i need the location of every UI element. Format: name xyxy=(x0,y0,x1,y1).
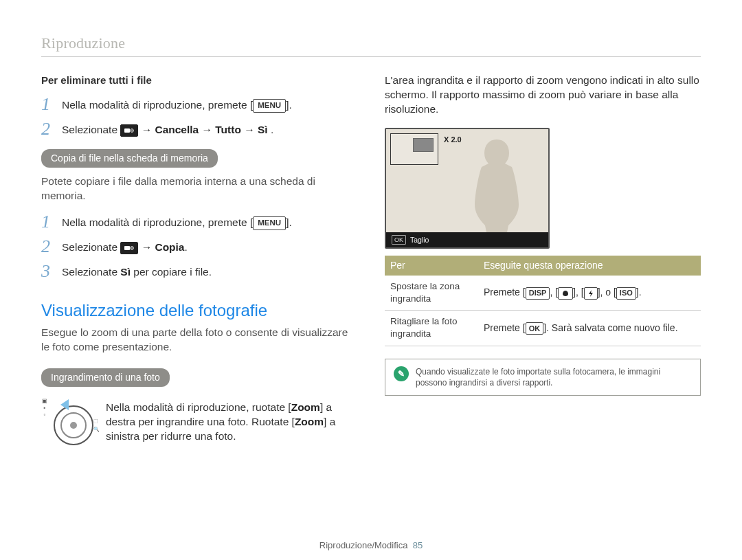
table-row: Spostare la zona ingrandita Premete [DIS… xyxy=(385,276,701,311)
svg-rect-0 xyxy=(124,128,130,133)
step-body: Selezionate Sì per copiare i file. xyxy=(62,262,357,280)
step-row: 1 Nella modalità di riproduzione, premet… xyxy=(41,96,357,113)
preview-bottom-bar: OK Taglio xyxy=(386,232,548,247)
trim-label: Taglio xyxy=(410,235,429,245)
step-row: 2 Selezionate → Cancella → Tutto → Sì . xyxy=(41,120,357,138)
step-bold: Sì xyxy=(120,266,131,278)
note-box: ✎ Quando visualizzate le foto importate … xyxy=(385,359,701,396)
step-text: Nella modalità di riproduzione, premete … xyxy=(62,99,253,111)
zoom-label: Zoom xyxy=(295,416,324,427)
action-mid: ], o [ xyxy=(598,287,616,298)
right-column: L'area ingrandita e il rapporto di zoom … xyxy=(385,74,701,444)
svg-point-5 xyxy=(132,247,133,249)
table-row: Ritagliare la foto ingrandita Premete [O… xyxy=(385,311,701,346)
ok-button-label: OK xyxy=(526,322,544,335)
zoom-instruction-text: Nella modalità di riproduzione, ruotate … xyxy=(106,398,357,444)
step-number: 1 xyxy=(41,213,62,231)
action-suffix: ]. xyxy=(636,287,642,298)
page-number: 85 xyxy=(413,540,423,550)
table-head-right: Eseguite questa operazione xyxy=(478,256,701,276)
step-body: Selezionate → Cancella → Tutto → Sì . xyxy=(62,120,357,137)
svg-text:🔍: 🔍 xyxy=(93,426,99,432)
disp-button-label: DISP xyxy=(526,287,550,300)
op-action: Premete [DISP, [ ], [ ], o [ISO]. xyxy=(478,276,701,311)
zoom-dial-area: ▣▪▫ ⬚ 🔍 xyxy=(41,398,93,444)
minimap-viewport xyxy=(413,138,434,152)
macro-icon xyxy=(558,287,573,300)
zoom-preview-inner: X 2.0 xyxy=(386,129,548,232)
copy-section-pill: Copia di file nella scheda di memoria xyxy=(41,149,218,168)
right-intro-text: L'area ingrandita e il rapporto di zoom … xyxy=(385,74,701,117)
svg-point-2 xyxy=(132,130,133,131)
two-column-layout: Per eliminare tutti i file 1 Nella modal… xyxy=(41,74,701,444)
svg-rect-3 xyxy=(124,246,130,250)
ok-chip: OK xyxy=(392,235,406,245)
enlarge-section-pill: Ingrandimento di una foto xyxy=(41,368,170,387)
action-suffix: ]. Sarà salvata come nuovo file. xyxy=(543,322,677,333)
step-number: 2 xyxy=(41,120,62,138)
page-header: Riproduzione xyxy=(41,34,701,52)
step-number: 1 xyxy=(41,96,62,113)
menu-button-label: MENU xyxy=(253,216,286,230)
zoom-ratio-label: X 2.0 xyxy=(444,135,462,145)
step-body: Selezionate → Copia. xyxy=(62,238,357,255)
step-row: 1 Nella modalità di riproduzione, premet… xyxy=(41,213,357,231)
child-silhouette-icon xyxy=(466,136,528,232)
zoom-text-1: Nella modalità di riproduzione, ruotate … xyxy=(106,401,291,413)
minimap-icon xyxy=(390,133,438,165)
header-rule xyxy=(41,56,701,57)
step-path: → Cancella → Tutto → Sì xyxy=(142,124,268,135)
step-row: 3 Selezionate Sì per copiare i file. xyxy=(41,262,357,280)
step-text-tail: ]. xyxy=(286,99,292,111)
step-row: 2 Selezionate → Copia. xyxy=(41,238,357,256)
step-text-tail: per copiare i file. xyxy=(131,266,212,278)
zoom-dial-indicators: ▣▪▫ xyxy=(41,398,48,418)
section-body: Esegue lo zoom di una parte della foto o… xyxy=(41,326,357,355)
op-label: Ritagliare la foto ingrandita xyxy=(385,311,478,346)
step-number: 3 xyxy=(41,262,62,280)
step-text: Selezionate xyxy=(62,124,120,135)
step-number: 2 xyxy=(41,238,62,256)
settings-icon xyxy=(120,124,138,137)
menu-button-label: MENU xyxy=(253,99,286,113)
step-text-tail: . xyxy=(185,241,188,253)
step-text-tail: ]. xyxy=(286,216,292,228)
step-text: Nella modalità di riproduzione, premete … xyxy=(62,216,253,228)
footer-section: Riproduzione/Modifica xyxy=(319,540,408,550)
step-body: Nella modalità di riproduzione, premete … xyxy=(62,213,357,230)
iso-button-label: ISO xyxy=(616,287,636,300)
action-prefix: Premete [ xyxy=(484,322,526,333)
settings-icon xyxy=(120,242,138,254)
delete-all-heading: Per eliminare tutti i file xyxy=(41,74,357,87)
step-text-tail: . xyxy=(268,124,274,135)
zoom-dial-icon: ⬚ 🔍 xyxy=(48,398,93,443)
step-text: Selezionate xyxy=(62,266,120,278)
note-icon: ✎ xyxy=(394,366,409,381)
zoom-label: Zoom xyxy=(291,401,320,413)
page: Riproduzione Per eliminare tutti i file … xyxy=(0,0,742,560)
copy-body-text: Potete copiare i file dalla memoria inte… xyxy=(41,175,357,203)
flash-icon xyxy=(584,287,598,300)
step-body: Nella modalità di riproduzione, premete … xyxy=(62,96,357,113)
svg-point-8 xyxy=(70,422,77,429)
left-column: Per eliminare tutti i file 1 Nella modal… xyxy=(41,74,357,444)
page-footer: Riproduzione/Modifica 85 xyxy=(0,540,742,550)
step-text: Selezionate xyxy=(62,241,120,253)
zoom-preview-figure: X 2.0 OK Taglio xyxy=(385,128,550,249)
op-label: Spostare la zona ingrandita xyxy=(385,276,478,311)
action-prefix: Premete [ xyxy=(484,287,526,298)
note-text: Quando visualizzate le foto importate su… xyxy=(416,366,693,388)
operations-table: Per Eseguite questa operazione Spostare … xyxy=(385,256,701,346)
table-head-left: Per xyxy=(385,256,478,276)
section-title: Visualizzazione delle fotografie xyxy=(41,300,357,322)
zoom-instruction-row: ▣▪▫ ⬚ 🔍 N xyxy=(41,398,357,444)
step-path: → Copia xyxy=(142,241,185,253)
svg-text:⬚: ⬚ xyxy=(93,418,98,423)
op-action: Premete [OK]. Sarà salvata come nuovo fi… xyxy=(478,311,701,346)
